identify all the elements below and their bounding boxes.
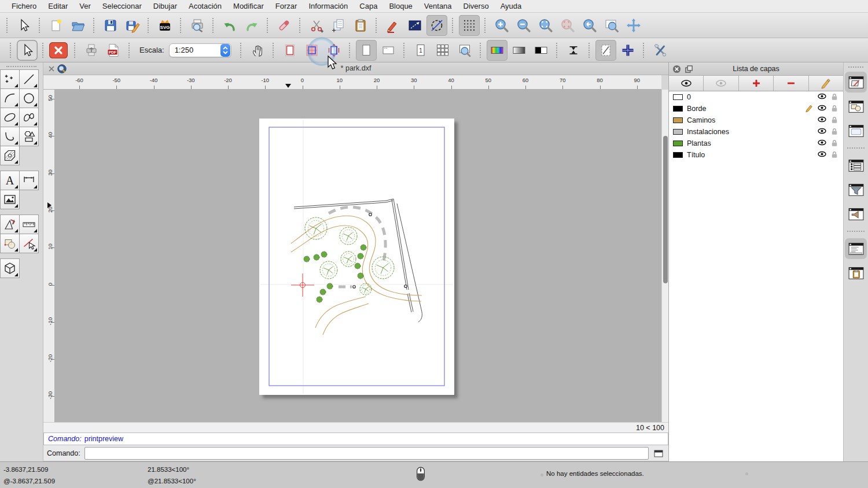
menu-ayuda[interactable]: Ayuda — [495, 0, 528, 13]
toolbar-handle[interactable] — [299, 18, 301, 33]
panel-block-list-button[interactable] — [845, 96, 867, 117]
undo-button[interactable] — [219, 15, 240, 36]
zoom-previous-button[interactable] — [579, 15, 600, 36]
toolbar-handle[interactable] — [128, 43, 131, 58]
pdf-export-button[interactable]: PDF — [103, 40, 124, 61]
cut-button[interactable] — [306, 15, 327, 36]
preferences-button[interactable] — [650, 40, 671, 61]
panel-layer-list-button[interactable] — [845, 72, 867, 93]
layer-color-swatch[interactable] — [673, 129, 683, 135]
polyline-tools-button[interactable] — [0, 127, 20, 146]
select-tool-button[interactable] — [13, 15, 34, 36]
open-file-button[interactable] — [68, 15, 89, 36]
line-tools-button[interactable] — [19, 69, 39, 89]
toolbar-handle[interactable] — [74, 43, 76, 58]
layer-row-0[interactable]: 0 — [669, 91, 843, 103]
single-page-button[interactable]: 1 — [410, 40, 431, 61]
drawing-canvas[interactable] — [55, 90, 661, 422]
toolbar-handle[interactable] — [42, 43, 45, 58]
toolbar-handle[interactable] — [403, 43, 406, 58]
layer-color-swatch[interactable] — [673, 106, 683, 112]
toolbar-handle[interactable] — [480, 43, 482, 58]
pan-hand-button[interactable] — [247, 40, 268, 61]
ruler-tools-button[interactable] — [19, 215, 39, 234]
save-as-button[interactable] — [122, 15, 143, 36]
save-button[interactable] — [100, 15, 121, 36]
menu-bloque[interactable]: Bloque — [383, 0, 418, 13]
layer-lock-icon[interactable] — [830, 139, 838, 149]
layer-panel-close-icon[interactable] — [672, 65, 681, 73]
scale-select[interactable]: 1:250 — [169, 43, 231, 57]
toolbar-handle[interactable] — [212, 18, 215, 33]
layer-visibility-icon[interactable] — [818, 138, 826, 149]
menu-ver[interactable]: Ver — [73, 0, 97, 13]
toolbar-handle[interactable] — [93, 18, 95, 33]
paste-button[interactable] — [350, 15, 371, 36]
command-toggle-icon[interactable] — [652, 448, 665, 459]
show-crosshair-button[interactable] — [617, 40, 638, 61]
layer-lock-icon[interactable] — [830, 150, 838, 160]
toolbar-handle[interactable] — [10, 43, 12, 58]
show-paper-borders-button[interactable] — [279, 40, 300, 61]
modify-tools-button[interactable] — [19, 234, 39, 253]
vertical-scrollbar[interactable] — [661, 90, 668, 422]
toolbar-handle[interactable] — [6, 18, 9, 33]
toolbar-handle[interactable] — [39, 18, 41, 33]
zoom-auto-button[interactable] — [535, 15, 556, 36]
panel-library-browser-button[interactable] — [845, 204, 867, 224]
vertical-scrollbar-thumb[interactable] — [663, 136, 668, 283]
solid-tools-button[interactable] — [0, 258, 20, 278]
edit-properties-button[interactable] — [382, 15, 403, 36]
add-layer-button[interactable] — [739, 76, 774, 91]
palette-handle[interactable] — [6, 66, 36, 67]
layer-panel-float-icon[interactable] — [685, 65, 693, 73]
zoom-in-button[interactable] — [491, 15, 512, 36]
print-preview-button[interactable] — [187, 15, 208, 36]
toolbar-handle[interactable] — [556, 43, 558, 58]
panel-selection-filter-button[interactable] — [845, 179, 867, 200]
menu-forzar[interactable]: Forzar — [270, 0, 303, 13]
svg-export-button[interactable]: SVG — [155, 15, 175, 36]
edit-layer-button[interactable] — [809, 76, 843, 91]
panel-view-list-button[interactable] — [845, 120, 867, 141]
layer-row-borde[interactable]: Borde — [669, 103, 843, 114]
point-tools-button[interactable] — [0, 69, 20, 89]
toolbar-handle[interactable] — [484, 18, 487, 33]
grayscale-button[interactable] — [509, 40, 529, 61]
remove-layer-button[interactable] — [774, 76, 808, 91]
toolbar-handle[interactable] — [267, 18, 269, 33]
hide-all-layers-button[interactable] — [704, 76, 738, 91]
redo-button[interactable] — [241, 15, 262, 36]
arc-tools-button[interactable] — [0, 88, 20, 108]
close-print-preview-button[interactable] — [49, 42, 68, 58]
toolbar-handle[interactable] — [148, 18, 150, 33]
panel-clipboard-button[interactable] — [845, 263, 867, 283]
zoom-window-button[interactable] — [601, 15, 622, 36]
pan-button[interactable] — [623, 15, 644, 36]
zoom-to-page-button[interactable] — [454, 40, 475, 61]
toolbar-handle[interactable] — [376, 18, 378, 33]
toolbar-handle[interactable] — [643, 43, 645, 58]
layer-lock-icon[interactable] — [830, 127, 838, 137]
dimension-tools-button[interactable] — [19, 171, 39, 190]
layer-color-swatch[interactable] — [673, 117, 683, 123]
grid-toggle-button[interactable] — [459, 15, 480, 36]
layer-visibility-icon[interactable] — [818, 150, 826, 160]
page-landscape-button[interactable] — [378, 40, 399, 61]
layer-color-swatch[interactable] — [673, 152, 683, 158]
layer-lock-icon[interactable] — [830, 104, 838, 114]
layer-visibility-icon[interactable] — [818, 92, 826, 102]
zoom-selection-button[interactable] — [557, 15, 578, 36]
menu-ventana[interactable]: Ventana — [418, 0, 458, 13]
new-file-button[interactable] — [46, 15, 67, 36]
layer-visibility-icon[interactable] — [818, 127, 826, 137]
menu-fichero[interactable]: Fichero — [6, 0, 42, 13]
layer-row-plantas[interactable]: Plantas — [669, 138, 843, 149]
text-tools-button[interactable]: A — [0, 171, 20, 190]
circle-tools-button[interactable] — [19, 88, 39, 108]
panel-property-editor-button[interactable] — [845, 155, 867, 176]
delete-entities-button[interactable] — [274, 15, 295, 36]
menu-seleccionar[interactable]: Seleccionar — [97, 0, 148, 13]
document-tab-title[interactable]: * park.dxf — [43, 64, 668, 72]
stepper-icon[interactable] — [220, 44, 230, 57]
